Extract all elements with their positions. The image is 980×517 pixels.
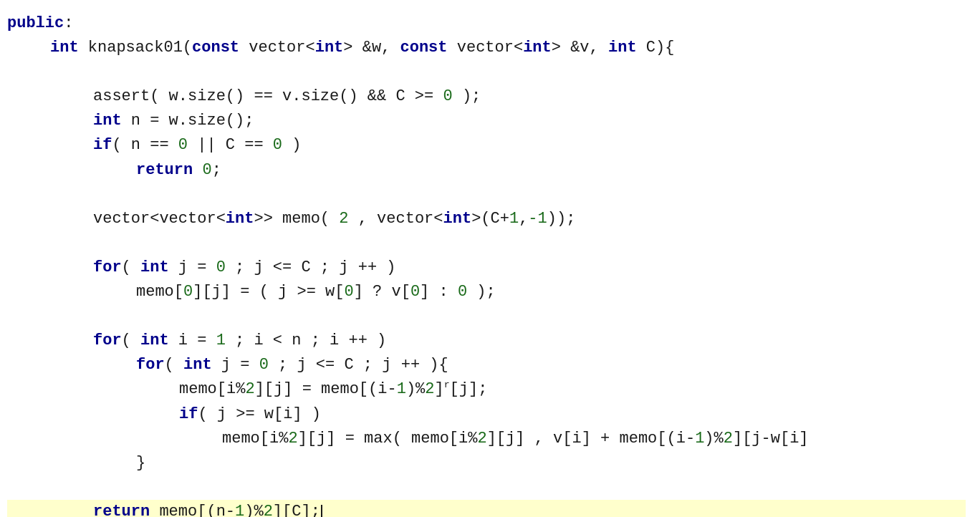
line-text: for( int j = 0 ; j <= C ; j ++ )	[93, 256, 395, 280]
line-text: if( n == 0 || C == 0 )	[93, 133, 301, 158]
code-line-20	[7, 475, 966, 500]
code-line-18: memo[i%2][j] = max( memo[i%2][j] , v[i] …	[7, 427, 966, 451]
line-text: vector<vector<int>> memo( 2 , vector<int…	[93, 207, 575, 231]
line-text: int knapsack01(const vector<int> &w, con…	[50, 36, 674, 60]
code-line-2: int knapsack01(const vector<int> &w, con…	[7, 36, 966, 60]
line-text: }	[136, 451, 145, 475]
code-line-17: if( j >= w[i] )	[7, 402, 966, 427]
code-line-10	[7, 231, 966, 256]
code-line-15: for( int j = 0 ; j <= C ; j ++ ){	[7, 353, 966, 377]
line-text: if( j >= w[i] )	[179, 402, 321, 427]
code-editor: public: int knapsack01(const vector<int>…	[0, 0, 980, 517]
code-line-21: return memo[(n-1)%2][C];	[7, 500, 966, 517]
line-text: assert( w.size() == v.size() && C >= 0 )…	[93, 84, 481, 109]
code-line-8	[7, 183, 966, 207]
code-line-12: memo[0][j] = ( j >= w[0] ? v[0] : 0 );	[7, 280, 966, 304]
code-line-9: vector<vector<int>> memo( 2 , vector<int…	[7, 207, 966, 231]
code-line-14: for( int i = 1 ; i < n ; i ++ )	[7, 329, 966, 353]
line-text: public:	[7, 11, 73, 36]
text-cursor	[321, 505, 322, 517]
code-line-6: if( n == 0 || C == 0 )	[7, 133, 966, 158]
line-text: return 0;	[136, 158, 221, 183]
line-text: int n = w.size();	[93, 109, 254, 133]
code-line-7: return 0;	[7, 158, 966, 183]
code-line-1: public:	[7, 11, 966, 36]
line-text: for( int j = 0 ; j <= C ; j ++ ){	[136, 353, 448, 377]
code-line-4: assert( w.size() == v.size() && C >= 0 )…	[7, 84, 966, 109]
code-line-13	[7, 304, 966, 329]
code-line-3	[7, 60, 966, 84]
code-line-11: for( int j = 0 ; j <= C ; j ++ )	[7, 256, 966, 280]
line-text: memo[0][j] = ( j >= w[0] ? v[0] : 0 );	[136, 280, 496, 304]
code-line-16: memo[i%2][j] = memo[(i-1)%2]r[j];	[7, 377, 966, 402]
line-text: return memo[(n-1)%2][C];	[93, 500, 322, 517]
line-text: memo[i%2][j] = max( memo[i%2][j] , v[i] …	[222, 427, 809, 451]
line-text: for( int i = 1 ; i < n ; i ++ )	[93, 329, 386, 353]
code-line-5: int n = w.size();	[7, 109, 966, 133]
line-text: memo[i%2][j] = memo[(i-1)%2]r[j];	[179, 377, 487, 402]
code-line-19: }	[7, 451, 966, 475]
